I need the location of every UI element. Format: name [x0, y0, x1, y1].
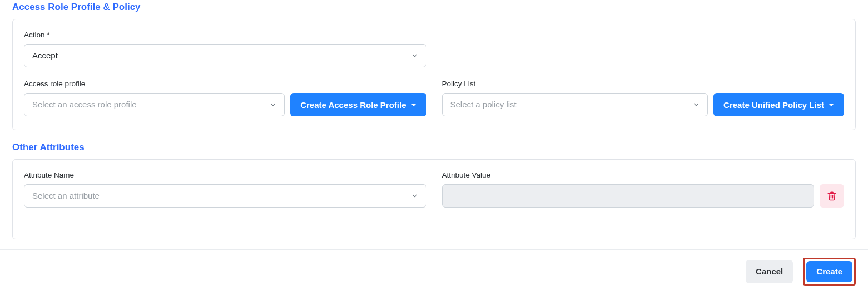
caret-down-icon: [411, 104, 416, 106]
footer-bar: Cancel Create: [0, 249, 868, 293]
section-title-other-attributes: Other Attributes: [12, 140, 856, 155]
attribute-name-select[interactable]: Select an attribute: [24, 184, 426, 208]
caret-down-icon: [829, 104, 834, 106]
create-unified-policy-list-button[interactable]: Create Unified Policy List: [713, 93, 844, 116]
attribute-value-label: Attribute Value: [442, 170, 815, 181]
action-select-value: Accept: [32, 50, 58, 62]
create-button[interactable]: Create: [806, 261, 852, 282]
policy-list-select[interactable]: Select a policy list: [442, 93, 708, 116]
access-role-profile-placeholder: Select an access role profile: [32, 99, 137, 111]
access-role-profile-select[interactable]: Select an access role profile: [24, 93, 285, 116]
policy-list-placeholder: Select a policy list: [450, 99, 517, 111]
policy-list-label: Policy List: [442, 78, 845, 90]
action-label: Action *: [24, 29, 426, 41]
panel-other-attributes: Attribute Name Select an attribute Attri…: [12, 159, 856, 239]
action-select[interactable]: Accept: [24, 44, 426, 67]
attribute-value-input: [442, 184, 815, 208]
delete-attribute-button[interactable]: [820, 184, 844, 208]
section-title-access-role: Access Role Profile & Policy: [12, 0, 856, 14]
create-policy-button-label: Create Unified Policy List: [723, 100, 824, 110]
panel-access-role: Action * Accept Access role profile: [12, 19, 856, 131]
attribute-name-label: Attribute Name: [24, 170, 426, 181]
cancel-button-label: Cancel: [756, 267, 783, 276]
create-access-role-profile-button[interactable]: Create Access Role Profile: [290, 93, 426, 116]
cancel-button[interactable]: Cancel: [746, 260, 793, 283]
trash-icon: [827, 191, 837, 201]
create-button-label: Create: [816, 267, 842, 276]
create-button-highlight: Create: [803, 258, 856, 286]
access-role-profile-label: Access role profile: [24, 78, 426, 90]
attribute-name-placeholder: Select an attribute: [32, 190, 100, 203]
create-arp-button-label: Create Access Role Profile: [300, 100, 406, 110]
